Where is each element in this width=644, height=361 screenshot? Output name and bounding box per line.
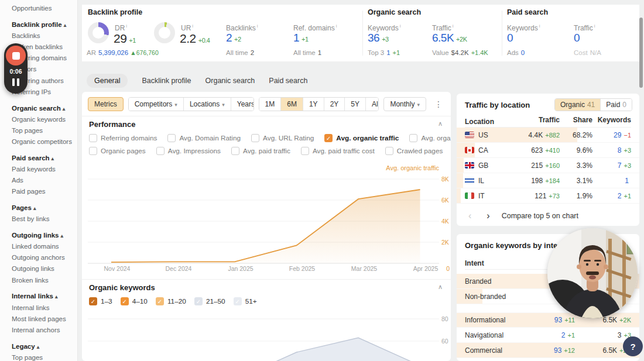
metrics-button[interactable]: Metrics — [88, 97, 124, 111]
overview-charts-card: Metrics Competitors▾ Locations▾ Years 1M… — [82, 92, 451, 361]
collapse-organic-keywords-icon[interactable]: ∧ — [438, 283, 443, 291]
scrollbar-thumb[interactable] — [639, 18, 643, 88]
metric-organic-pages-checkbox[interactable]: Organic pages — [89, 147, 146, 155]
keywords-link[interactable]: 2 — [618, 192, 622, 200]
metric-avg-url-rating-checkbox[interactable]: Avg. URL Rating — [251, 134, 314, 142]
metric-crawled-pages-checkbox[interactable]: Crawled pages — [385, 147, 443, 155]
location-row-gb[interactable]: GB215+1603.3%7+3 — [457, 158, 639, 173]
sidebar-item-opportunities[interactable]: Opportunities — [12, 3, 77, 14]
keywords-link[interactable]: 29 — [614, 131, 621, 139]
metric-avg-paid-traffic-checkbox[interactable]: Avg. paid traffic — [231, 147, 290, 155]
intent-keywords-link[interactable]: 93 — [554, 346, 561, 355]
range-2y-button[interactable]: 2Y — [324, 98, 345, 111]
range-1m-button[interactable]: 1M — [259, 98, 281, 111]
organic-paid-toggle: Organic41 Paid0 — [554, 98, 632, 111]
paid-keywords-value-link[interactable]: 0 — [507, 32, 513, 44]
keywords-link[interactable]: 1 — [625, 177, 629, 185]
organic-keywords-value-link[interactable]: 36+3 — [368, 32, 389, 44]
location-row-us[interactable]: US4.4K+88268.2%29−1 — [457, 128, 639, 143]
sidebar-item-paid-pages[interactable]: Paid pages — [12, 186, 77, 197]
collapse-performance-icon[interactable]: ∧ — [438, 120, 443, 128]
sidebar-section-pages[interactable]: Pages▴ — [12, 202, 77, 214]
sub-value: N/A — [590, 49, 601, 56]
location-row-it[interactable]: IT121+731.9%2+1 — [457, 188, 639, 204]
organic-traffic-value-link[interactable]: 6.5K+2K — [432, 32, 467, 44]
label-text: Keywords — [368, 24, 399, 32]
top3-value-link[interactable]: 1 — [386, 49, 390, 56]
range-5y-button[interactable]: 5Y — [344, 98, 365, 111]
range-all-button[interactable]: All — [365, 98, 379, 111]
granularity-dropdown[interactable]: Monthly▾ — [383, 97, 426, 111]
filter-21-50-checkbox[interactable]: ✓21–50 — [194, 297, 225, 305]
tab-paid-search[interactable]: Paid search — [269, 74, 307, 88]
sidebar-item-best-by-links[interactable]: Best by links — [12, 214, 77, 225]
stop-recording-button[interactable] — [6, 46, 26, 66]
metric-avg-impressions-checkbox[interactable]: Avg. Impressions — [156, 147, 221, 155]
sidebar-item-legacy-top-pages[interactable]: Top pages — [12, 352, 77, 361]
intent-row-navigational[interactable]: Navigational2+13+3 — [457, 328, 639, 343]
filter-1-3-checkbox[interactable]: ✓1–3 — [89, 297, 112, 305]
prev-page-icon[interactable]: ‹ — [465, 212, 475, 220]
toggle-paid[interactable]: Paid0 — [600, 99, 632, 111]
more-options-kebab-icon[interactable]: ⋮ — [432, 98, 445, 110]
metric-avg-paid-traffic-cost-checkbox[interactable]: Avg. paid traffic cost — [301, 147, 375, 155]
screen-recorder-widget[interactable]: 0:06 — [4, 43, 28, 94]
sidebar-item-ads[interactable]: Ads — [12, 175, 77, 186]
sidebar-item-linked-domains[interactable]: Linked domains — [12, 241, 77, 252]
ref-domains-value-link[interactable]: 1+1 — [293, 32, 309, 44]
intent-keywords-link[interactable]: 93 — [554, 316, 562, 324]
sidebar-item-broken-links[interactable]: Broken links — [12, 275, 77, 286]
range-1y-button[interactable]: 1Y — [303, 98, 324, 111]
tab-general[interactable]: General — [87, 74, 128, 88]
metric-avg-domain-rating-checkbox[interactable]: Avg. Domain Rating — [167, 134, 241, 142]
keywords-link[interactable]: 7 — [618, 161, 622, 170]
intent-label: Navigational — [465, 331, 521, 339]
webcam-video-bubble[interactable] — [547, 228, 638, 318]
location-row-il[interactable]: IL198+1843.1%1 — [457, 173, 639, 188]
sidebar-item-backlinks[interactable]: Backlinks — [12, 30, 77, 42]
tab-backlink-profile[interactable]: Backlink profile — [142, 74, 191, 88]
range-6m-button[interactable]: 6M — [280, 98, 303, 111]
tab-organic-search[interactable]: Organic search — [205, 74, 255, 88]
sidebar-section-paid-search[interactable]: Paid search▴ — [12, 153, 77, 164]
collapse-up-icon: ▴ — [37, 344, 40, 350]
sidebar-item-outgoing-links[interactable]: Outgoing links — [12, 263, 77, 274]
metric-referring-domains-checkbox[interactable]: Referring domains — [89, 134, 157, 142]
metric-avg-organic-traffic-checkbox[interactable]: ✓Avg. organic traffic — [324, 134, 399, 142]
country-code: IT — [478, 192, 485, 200]
filter-51plus-checkbox[interactable]: ✓51+ — [234, 297, 257, 305]
sidebar-section-organic-search[interactable]: Organic search▴ — [12, 103, 77, 114]
ar-value-link[interactable]: 5,399,026 — [98, 49, 128, 56]
toggle-organic[interactable]: Organic41 — [555, 99, 600, 111]
intent-keywords-link[interactable]: 2 — [561, 331, 566, 339]
sidebar-item-organic-keywords[interactable]: Organic keywords — [12, 114, 77, 125]
intent-row-informational[interactable]: Informational93+116.5K+2K — [457, 312, 639, 328]
locations-dropdown[interactable]: Locations▾ — [183, 98, 231, 111]
sidebar-section-internal-links[interactable]: Internal links▴ — [12, 291, 77, 302]
metric-avg-organic-traffic-value-checkbox[interactable]: Avg. organic traffic value — [409, 134, 451, 142]
sidebar-item-outgoing-anchors[interactable]: Outgoing anchors — [12, 252, 77, 263]
help-button[interactable]: ? — [623, 336, 643, 356]
sidebar-section-legacy[interactable]: Legacy▴ — [12, 341, 77, 352]
competitors-dropdown[interactable]: Competitors▾ — [129, 98, 183, 111]
sidebar-section-backlink-profile[interactable]: Backlink profile▴ — [12, 19, 77, 30]
backlinks-value-link[interactable]: 2+2 — [226, 32, 241, 44]
intent-row-commercial[interactable]: Commercial93+126.5K+2K — [457, 343, 639, 358]
sidebar-item-internal-anchors[interactable]: Internal anchors — [12, 325, 77, 336]
sidebar-section-outgoing-links[interactable]: Outgoing links▴ — [12, 230, 77, 241]
location-row-ca[interactable]: CA623+4109.6%8+3 — [457, 143, 639, 158]
sidebar-item-internal-links[interactable]: Internal links — [12, 302, 77, 314]
sidebar-item-paid-keywords[interactable]: Paid keywords — [12, 164, 77, 175]
filter-11-20-checkbox[interactable]: ✓11–20 — [156, 297, 186, 305]
sidebar-item-most-linked-pages[interactable]: Most linked pages — [12, 314, 77, 325]
ads-value-link[interactable]: 0 — [521, 49, 525, 56]
years-button[interactable]: Years — [231, 98, 254, 111]
next-page-icon[interactable]: › — [483, 212, 493, 220]
keywords-link[interactable]: 8 — [618, 146, 622, 154]
toggle-count: 41 — [587, 101, 595, 109]
pause-recording-button[interactable] — [4, 78, 28, 86]
sidebar-item-organic-competitors[interactable]: Organic competitors — [12, 136, 77, 147]
sidebar-item-top-pages[interactable]: Top pages — [12, 125, 77, 136]
filter-4-10-checkbox[interactable]: ✓4–10 — [121, 297, 148, 305]
compare-top5-link[interactable]: Compare top 5 on chart — [502, 212, 578, 220]
